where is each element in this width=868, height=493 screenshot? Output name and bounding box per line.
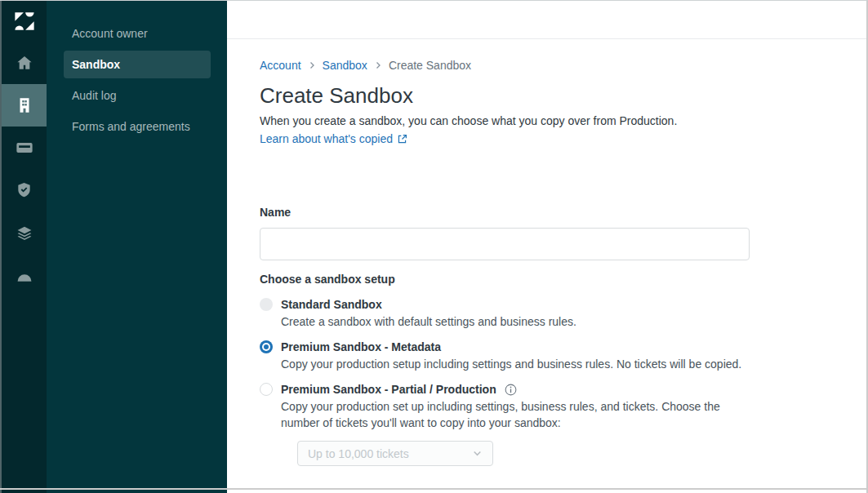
breadcrumb-current: Create Sandbox <box>389 59 471 72</box>
option-description: Copy your production set up including se… <box>281 398 750 431</box>
top-bar <box>227 1 866 39</box>
chevron-down-icon <box>472 448 483 459</box>
icon-rail <box>0 1 47 493</box>
info-icon[interactable] <box>505 384 517 396</box>
dome-icon <box>15 266 34 284</box>
option-label[interactable]: Standard Sandbox <box>281 297 382 312</box>
page-intro: When you create a sandbox, you can choos… <box>260 114 834 128</box>
option-description: Create a sandbox with default settings a… <box>281 313 750 330</box>
breadcrumb-separator-icon <box>374 61 382 69</box>
option-label[interactable]: Premium Sandbox - Metadata <box>281 340 441 354</box>
subnav-item-account-owner[interactable]: Account owner <box>64 18 211 49</box>
shield-check-icon <box>16 181 33 199</box>
create-sandbox-page: Account Sandbox Create Sandbox Create Sa… <box>227 39 866 476</box>
option-label[interactable]: Premium Sandbox - Partial / Production <box>281 382 496 397</box>
name-input[interactable] <box>260 228 750 260</box>
radio-premium-metadata[interactable] <box>260 340 273 353</box>
breadcrumb: Account Sandbox Create Sandbox <box>260 59 834 72</box>
radio-premium-partial-production[interactable] <box>260 383 273 396</box>
zendesk-logo-icon <box>14 11 35 32</box>
sidebar-item-home[interactable] <box>2 42 47 84</box>
subnav-item-label: Audit log <box>72 89 116 102</box>
ticket-count-value: Up to 10,000 tickets <box>308 447 409 460</box>
subnav-item-sandbox[interactable]: Sandbox <box>64 51 211 78</box>
subnav-item-label: Sandbox <box>72 58 120 71</box>
sidebar-item-account[interactable] <box>2 84 47 127</box>
app-window: Account owner Sandbox Audit log Forms an… <box>0 0 868 493</box>
layers-icon <box>16 224 33 242</box>
subnav-item-label: Forms and agreements <box>72 120 190 133</box>
option-premium-metadata: Premium Sandbox - Metadata Copy your pro… <box>260 340 750 372</box>
breadcrumb-link-sandbox[interactable]: Sandbox <box>323 59 367 72</box>
setup-label: Choose a sandbox setup <box>260 273 834 286</box>
account-subnav: Account owner Sandbox Audit log Forms an… <box>47 1 227 493</box>
page-title: Create Sandbox <box>260 83 834 108</box>
building-icon <box>16 96 33 114</box>
breadcrumb-separator-icon <box>308 61 316 69</box>
option-standard-sandbox: Standard Sandbox Create a sandbox with d… <box>260 297 750 330</box>
breadcrumb-link-account[interactable]: Account <box>260 59 301 72</box>
name-label: Name <box>260 206 834 219</box>
option-premium-partial-production: Premium Sandbox - Partial / Production C… <box>260 382 750 466</box>
external-link-icon <box>397 134 407 144</box>
sidebar-item-security[interactable] <box>2 169 47 211</box>
window-bottom-edge <box>0 488 866 490</box>
subnav-item-audit-log[interactable]: Audit log <box>64 80 211 111</box>
sidebar-item-objects-rules[interactable] <box>2 211 47 254</box>
subnav-item-label: Account owner <box>72 27 148 40</box>
option-description: Copy your production setup including set… <box>281 356 750 372</box>
main-area: Account Sandbox Create Sandbox Create Sa… <box>227 1 866 493</box>
home-icon <box>16 54 33 72</box>
radio-standard-sandbox[interactable] <box>260 298 273 311</box>
learn-about-link-label: Learn about what's copied <box>260 132 393 146</box>
sidebar-item-apps[interactable] <box>2 254 47 296</box>
sandbox-setup-options: Standard Sandbox Create a sandbox with d… <box>260 297 834 466</box>
credit-card-icon <box>16 139 33 157</box>
ticket-count-select[interactable]: Up to 10,000 tickets <box>297 441 493 466</box>
learn-about-link[interactable]: Learn about what's copied <box>260 132 407 146</box>
zendesk-logo[interactable] <box>2 1 47 42</box>
subnav-item-forms-agreements[interactable]: Forms and agreements <box>64 111 211 142</box>
sidebar-item-billing[interactable] <box>2 127 47 169</box>
